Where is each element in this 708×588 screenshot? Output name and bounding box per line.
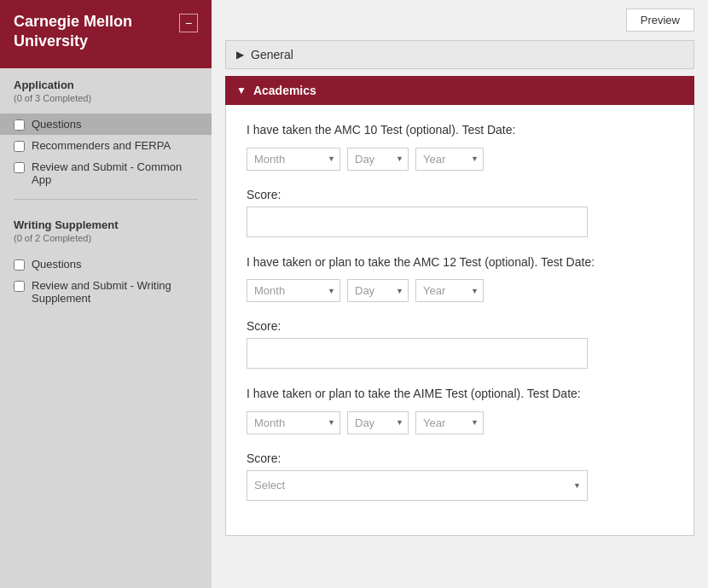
amc12-day-select[interactable]: Day [347, 279, 409, 302]
sidebar-title: Carnegie Mellon University [14, 12, 179, 52]
sidebar-item-questions[interactable]: Questions [0, 114, 212, 135]
sidebar-item-recommenders[interactable]: Recommenders and FERPA [0, 135, 212, 156]
amc10-day-select[interactable]: Day [347, 148, 409, 171]
general-accordion-header[interactable]: ▶ General [225, 40, 694, 69]
amc12-year-select[interactable]: Year [415, 279, 484, 302]
amc10-question: I have taken the AMC 10 Test (optional).… [247, 122, 673, 171]
amc10-label: I have taken the AMC 10 Test (optional).… [247, 122, 673, 139]
aime-day-wrapper: Day [347, 411, 409, 434]
application-section-title: Application [14, 79, 198, 91]
general-arrow-icon: ▶ [236, 49, 244, 61]
main-content: Preview ▶ General ▼ Academics I have tak… [212, 0, 708, 588]
questions-checkbox[interactable] [14, 119, 25, 131]
academics-accordion-body: I have taken the AMC 10 Test (optional).… [225, 105, 694, 536]
amc12-year-wrapper: Year [415, 279, 484, 302]
aime-month-wrapper: Month [247, 411, 340, 434]
aime-year-wrapper: Year [415, 411, 484, 434]
application-section: Application (0 of 3 Completed) [0, 68, 212, 114]
recommenders-checkbox[interactable] [14, 141, 25, 152]
aime-score-select-wrapper: Select [247, 470, 588, 501]
sidebar-item-label: Review and Submit - Common App [32, 160, 198, 186]
aime-score-label: Score: [247, 451, 673, 465]
writing-section: Writing Supplement (0 of 2 Completed) [0, 208, 212, 253]
sidebar-divider-1 [14, 199, 198, 200]
ws-review-checkbox[interactable] [14, 281, 25, 292]
amc10-month-wrapper: Month [247, 148, 340, 171]
general-accordion-label: General [251, 48, 293, 61]
academics-accordion: ▼ Academics I have taken the AMC 10 Test… [225, 76, 694, 536]
writing-section-subtitle: (0 of 2 Completed) [14, 233, 198, 243]
aime-year-select[interactable]: Year [415, 411, 484, 434]
amc10-score-question: Score: [247, 188, 673, 237]
application-section-subtitle: (0 of 3 Completed) [14, 93, 198, 103]
sidebar-item-label: Review and Submit - Writing Supplement [32, 279, 198, 305]
academics-arrow-icon: ▼ [236, 84, 247, 96]
aime-score-question: Score: Select [247, 451, 673, 501]
amc10-score-input[interactable] [247, 207, 588, 237]
amc12-month-select[interactable]: Month [247, 279, 340, 302]
amc10-year-select[interactable]: Year [415, 148, 484, 171]
review-common-checkbox[interactable] [14, 162, 25, 173]
aime-day-select[interactable]: Day [347, 411, 409, 434]
aime-date-row: Month Day Year [247, 411, 673, 434]
academics-accordion-label: Academics [253, 84, 316, 97]
sidebar: Carnegie Mellon University − Application… [0, 0, 212, 588]
sidebar-item-label: Recommenders and FERPA [32, 139, 171, 152]
preview-button[interactable]: Preview [626, 9, 694, 32]
amc10-year-wrapper: Year [415, 148, 484, 171]
amc10-score-label: Score: [247, 188, 673, 201]
academics-accordion-header[interactable]: ▼ Academics [225, 76, 694, 105]
amc12-month-wrapper: Month [247, 279, 340, 302]
amc12-score-label: Score: [247, 319, 673, 333]
sidebar-item-label: Questions [32, 258, 82, 271]
sidebar-item-label: Questions [32, 118, 82, 131]
sidebar-header: Carnegie Mellon University − [0, 0, 212, 68]
minimize-button[interactable]: − [179, 14, 198, 32]
sidebar-item-review-common[interactable]: Review and Submit - Common App [0, 156, 212, 190]
amc10-date-row: Month Day Year [247, 148, 673, 171]
amc12-label: I have taken or plan to take the AMC 12 … [247, 254, 673, 271]
amc10-month-select[interactable]: Month [247, 148, 340, 171]
aime-month-select[interactable]: Month [247, 411, 340, 434]
ws-questions-checkbox[interactable] [14, 259, 25, 271]
amc10-day-wrapper: Day [347, 148, 409, 171]
sidebar-item-ws-questions[interactable]: Questions [0, 253, 212, 275]
writing-section-title: Writing Supplement [14, 218, 198, 231]
aime-score-select[interactable]: Select [247, 470, 588, 501]
aime-label: I have taken or plan to take the AIME Te… [247, 386, 673, 403]
amc12-question: I have taken or plan to take the AMC 12 … [247, 254, 673, 303]
amc12-date-row: Month Day Year [247, 279, 673, 302]
amc12-score-question: Score: [247, 319, 673, 369]
aime-question: I have taken or plan to take the AIME Te… [247, 386, 673, 434]
sidebar-item-ws-review[interactable]: Review and Submit - Writing Supplement [0, 275, 212, 309]
amc12-score-input[interactable] [247, 338, 588, 369]
top-bar: Preview [212, 0, 708, 40]
amc12-day-wrapper: Day [347, 279, 409, 302]
general-accordion: ▶ General [225, 40, 694, 69]
